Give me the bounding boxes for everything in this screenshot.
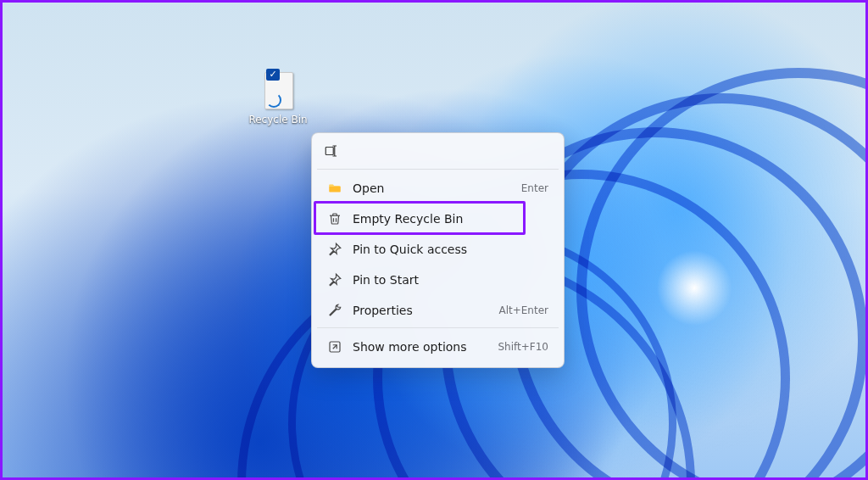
pin-icon — [327, 272, 342, 287]
menu-item-shortcut: Shift+F10 — [498, 341, 548, 353]
folder-icon — [327, 181, 342, 196]
recycle-bin-icon: ✓ — [259, 69, 297, 111]
more-icon — [327, 339, 342, 354]
menu-item-empty-recycle-bin[interactable]: Empty Recycle Bin — [315, 204, 560, 234]
checkmark-badge-icon: ✓ — [266, 69, 280, 81]
menu-item-shortcut: Enter — [521, 182, 548, 194]
svg-rect-0 — [326, 148, 333, 155]
desktop-icon-label: Recycle Bin — [248, 114, 308, 126]
menu-item-pin-to-start[interactable]: Pin to Start — [315, 265, 560, 295]
menu-item-label: Empty Recycle Bin — [353, 212, 538, 226]
desktop-icon-recycle-bin[interactable]: ✓ Recycle Bin — [248, 69, 308, 126]
menu-item-pin-quick-access[interactable]: Pin to Quick access — [315, 234, 560, 265]
wrench-icon — [327, 303, 342, 318]
menu-item-label: Show more options — [353, 340, 487, 354]
menu-separator — [317, 327, 559, 328]
menu-item-label: Properties — [353, 304, 488, 317]
menu-item-open[interactable]: Open Enter — [315, 173, 560, 204]
menu-item-label: Pin to Quick access — [353, 243, 538, 256]
menu-item-properties[interactable]: Properties Alt+Enter — [315, 295, 560, 326]
menu-separator — [317, 169, 559, 170]
menu-item-label: Open — [353, 181, 511, 195]
menu-item-show-more-options[interactable]: Show more options Shift+F10 — [315, 332, 560, 362]
trash-icon — [327, 211, 342, 226]
menu-item-label: Pin to Start — [353, 273, 538, 287]
rename-icon[interactable] — [322, 142, 341, 160]
context-menu: Open Enter Empty Recycle Bin Pin to Quic… — [311, 132, 565, 368]
context-menu-topbar — [315, 138, 560, 167]
menu-item-shortcut: Alt+Enter — [498, 304, 548, 316]
pin-icon — [327, 242, 342, 257]
